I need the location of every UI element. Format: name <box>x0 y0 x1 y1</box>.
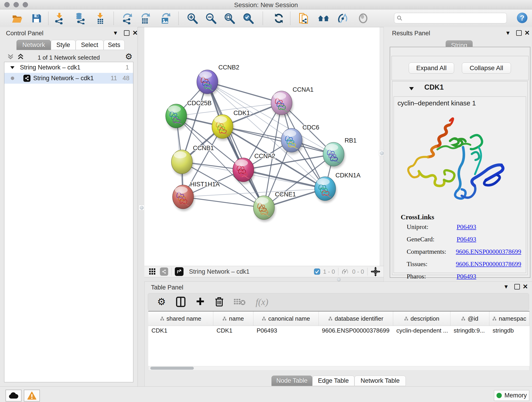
control-panel-maximize-icon[interactable] <box>124 30 129 36</box>
function-builder-icon[interactable]: f(x) <box>256 297 268 307</box>
add-column-icon[interactable] <box>196 297 205 306</box>
results-panel-close-icon[interactable]: ✕ <box>525 29 530 37</box>
delete-table-icon[interactable] <box>234 298 246 306</box>
column-header-namespac[interactable]: namespac <box>489 312 530 326</box>
selected-checkbox-icon[interactable] <box>314 268 320 275</box>
network-options-gear-icon[interactable]: ⚙ <box>125 52 133 61</box>
node-label-CDKN1A: CDKN1A <box>336 172 361 179</box>
delete-column-icon[interactable] <box>215 297 224 307</box>
crosslink-row: Compartments:9606.ENSP00000378699 <box>407 248 521 255</box>
tree-expander-icon[interactable] <box>10 65 15 70</box>
table-cell[interactable]: cyclin-dependent ... <box>393 326 450 335</box>
crosslink-link[interactable]: P06493 <box>457 236 476 243</box>
toolbar-separator <box>290 12 291 25</box>
table-panel-float-icon[interactable]: ▼ <box>503 283 509 290</box>
toolbar-separator <box>48 12 49 25</box>
column-header-description[interactable]: description <box>393 312 450 326</box>
detach-view-icon[interactable] <box>175 267 184 276</box>
table-panel-title: Table Panel <box>151 284 183 291</box>
show-columns-icon[interactable] <box>176 297 186 307</box>
import-network-file-icon[interactable] <box>53 12 65 25</box>
table-cell[interactable]: P06493 <box>253 326 319 335</box>
crosslink-link[interactable]: 9606.ENSP00000378699 <box>456 260 521 268</box>
table-cell[interactable]: 9606.ENSP00000378699 <box>319 326 393 335</box>
zoom-fit-icon[interactable] <box>223 12 235 25</box>
collapse-all-button[interactable]: Collapse All <box>462 63 511 74</box>
table-cell[interactable]: CDK1 <box>148 326 213 335</box>
node-label-CCNA1: CCNA1 <box>293 86 314 93</box>
column-header-canonical-name[interactable]: canonical name <box>253 312 319 326</box>
search-field-container <box>394 13 507 23</box>
node-table[interactable]: shared namenamecanonical namedatabase id… <box>148 311 530 366</box>
results-panel-maximize-icon[interactable] <box>516 30 522 36</box>
tab-edge-table[interactable]: Edge Table <box>312 376 355 386</box>
network-graph[interactable]: CCNB2CCNA1CDC25BCDK1CDC6RB1CCNB1CCNA2CDK… <box>144 27 380 266</box>
open-session-icon[interactable] <box>11 12 23 25</box>
tab-style[interactable]: Style <box>51 40 76 50</box>
share-view-icon[interactable] <box>160 268 168 276</box>
memory-button[interactable]: Memory <box>494 390 529 401</box>
table-row[interactable]: CDK1CDK1P064939606.ENSP00000378699cyclin… <box>148 326 530 335</box>
crosslink-link[interactable]: P06493 <box>457 273 476 280</box>
birdseye-toggle-icon[interactable] <box>371 267 380 276</box>
zoom-in-icon[interactable] <box>186 12 198 25</box>
cloud-status-button[interactable] <box>6 390 22 402</box>
table-body: CDK1CDK1P064939606.ENSP00000378699cyclin… <box>148 326 530 335</box>
table-options-gear-icon[interactable]: ⚙ <box>157 297 166 307</box>
export-table-icon[interactable] <box>139 12 151 25</box>
tab-sets[interactable]: Sets <box>104 40 125 50</box>
table-cell[interactable]: stringdb:9... <box>450 326 489 335</box>
zoom-selected-icon[interactable] <box>242 12 254 25</box>
left-splitter-handle[interactable] <box>139 205 144 211</box>
tab-network-table[interactable]: Network Table <box>355 376 406 386</box>
column-header-database-identifier[interactable]: database identifier <box>319 312 393 326</box>
network-node-CCNA1: CCNA1 <box>271 86 314 117</box>
grid-view-icon[interactable] <box>149 268 156 275</box>
tab-select[interactable]: Select <box>76 40 104 50</box>
warning-status-button[interactable] <box>24 390 40 402</box>
column-header-@id[interactable]: @id <box>450 312 489 326</box>
warning-icon <box>27 391 36 400</box>
help-icon[interactable]: ? <box>517 13 527 23</box>
home-icon[interactable] <box>317 12 330 25</box>
export-image-icon[interactable] <box>159 12 171 25</box>
zoom-out-icon[interactable] <box>205 12 217 25</box>
crosslink-link[interactable]: P06493 <box>457 223 476 230</box>
table-cell[interactable]: stringdb <box>489 326 530 335</box>
crosslink-label: Pharos: <box>407 273 457 280</box>
results-panel: Results Panel ▼ ✕ String Expand All Coll… <box>384 27 532 281</box>
table-panel-maximize-icon[interactable] <box>514 284 520 289</box>
network-tree: String Network – cdk1 1 String Network –… <box>4 62 133 382</box>
control-panel-float-icon[interactable]: ▼ <box>113 30 118 36</box>
table-cell[interactable]: CDK1 <box>213 326 253 335</box>
import-network-database-icon[interactable] <box>74 12 87 25</box>
hide-graphics-details-icon[interactable] <box>337 12 349 25</box>
horizontal-splitter-handle[interactable] <box>337 278 341 281</box>
table-toolbar: ⚙ f(x) <box>148 293 529 311</box>
tab-node-table[interactable]: Node Table <box>272 376 312 386</box>
hscrollbar-thumb[interactable] <box>150 367 194 370</box>
crosslink-link[interactable]: 9606.ENSP00000378699 <box>456 248 521 255</box>
control-panel-close-icon[interactable]: ✕ <box>133 29 138 37</box>
table-panel-close-icon[interactable]: ✕ <box>523 283 528 290</box>
network-node-CCNE1: CCNE1 <box>253 191 296 222</box>
column-header-shared-name[interactable]: shared name <box>148 312 213 326</box>
search-input[interactable] <box>403 15 504 22</box>
results-panel-float-icon[interactable]: ▼ <box>505 30 511 36</box>
network-canvas[interactable]: CCNB2CCNA1CDC25BCDK1CDC6RB1CCNB1CCNA2CDK… <box>144 27 380 266</box>
tab-network[interactable]: Network <box>17 40 51 50</box>
birds-eye-view-icon[interactable] <box>357 12 369 25</box>
column-header-name[interactable]: name <box>213 312 253 326</box>
refresh-icon[interactable] <box>273 12 285 25</box>
table-panel: Table Panel ▼ ✕ ⚙ f(x) shared namenameca… <box>144 281 532 387</box>
section-expander-icon[interactable] <box>409 86 414 91</box>
annotation-icon[interactable] <box>298 12 310 25</box>
network-row-selected[interactable]: String Network – cdk1 11 48 <box>4 73 133 84</box>
table-hscrollbar[interactable] <box>148 366 530 370</box>
network-collection-row[interactable]: String Network – cdk1 1 <box>4 62 133 73</box>
network-row-label: String Network – cdk1 <box>33 75 94 82</box>
import-table-file-icon[interactable] <box>94 12 106 25</box>
expand-all-button[interactable]: Expand All <box>409 63 454 74</box>
save-session-icon[interactable] <box>30 12 43 25</box>
export-network-icon[interactable] <box>121 12 133 25</box>
